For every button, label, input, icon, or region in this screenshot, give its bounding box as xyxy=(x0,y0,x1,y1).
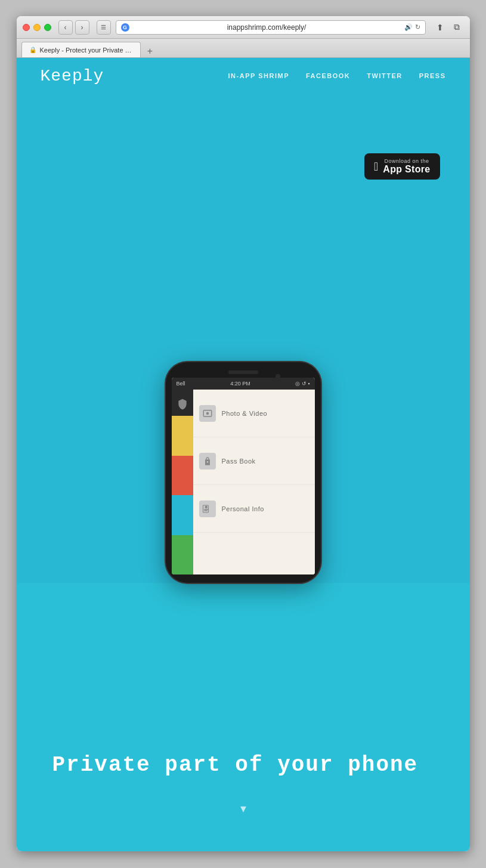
svg-point-1 xyxy=(206,412,209,415)
appstore-text: Download on the App Store xyxy=(383,158,430,175)
url-icons: 🔊 ↻ xyxy=(404,23,420,31)
new-tab-plus-button[interactable]: + xyxy=(143,45,157,57)
phone-screen: Bell 4:20 PM ◎ ↺ ▪ xyxy=(172,378,315,574)
phone-top-bar xyxy=(172,370,315,374)
maximize-button[interactable] xyxy=(44,24,51,31)
menu-icon-photo xyxy=(199,405,216,422)
appstore-small-text: Download on the xyxy=(383,158,430,164)
svg-rect-3 xyxy=(204,509,209,510)
tab-bar: 🔒 Keeply - Protect your Private Files, P… xyxy=(17,39,470,58)
menu-icon-personal xyxy=(199,501,216,517)
browser-actions: ⬆ ⧉ xyxy=(433,20,464,35)
scroll-arrow: ▾ xyxy=(240,801,246,816)
url-bar[interactable]: G inappshrimp.com/keeply/ 🔊 ↻ xyxy=(116,20,426,35)
phone-mockup: Bell 4:20 PM ◎ ↺ ▪ xyxy=(166,362,321,583)
nav-link-facebook[interactable]: FACEBOOK xyxy=(306,72,350,79)
minimize-button[interactable] xyxy=(33,24,41,31)
menu-item-pass-book[interactable]: Pass Book xyxy=(193,437,315,485)
browser-window: ‹ › ☰ G inappshrimp.com/keeply/ 🔊 ↻ ⬆ ⧉ … xyxy=(17,16,470,851)
appstore-large-text: App Store xyxy=(383,164,430,175)
site-nav-links: IN-APP SHRIMP FACEBOOK TWITTER PRESS xyxy=(228,72,446,79)
svg-rect-4 xyxy=(204,510,208,511)
share-button[interactable]: ⬆ xyxy=(433,20,447,35)
phone-battery-icons: ◎ ↺ ▪ xyxy=(295,381,309,387)
nav-link-in-app-shrimp[interactable]: IN-APP SHRIMP xyxy=(228,72,289,79)
website-content: Keeply IN-APP SHRIMP FACEBOOK TWITTER PR… xyxy=(17,58,470,851)
phone-outer: Bell 4:20 PM ◎ ↺ ▪ xyxy=(166,362,321,583)
site-nav: Keeply IN-APP SHRIMP FACEBOOK TWITTER PR… xyxy=(17,58,470,94)
appstore-button[interactable]:  Download on the App Store xyxy=(364,153,439,180)
google-favicon: G xyxy=(121,23,129,32)
audio-icon[interactable]: 🔊 xyxy=(404,23,413,31)
phone-sidebar-shield xyxy=(175,397,190,411)
menu-label-pass-book: Pass Book xyxy=(222,458,256,465)
active-tab[interactable]: 🔒 Keeply - Protect your Private Files, P… xyxy=(21,42,141,57)
phone-main-menu: Photo & Video Pass Book xyxy=(193,390,315,574)
phone-status-bar: Bell 4:20 PM ◎ ↺ ▪ xyxy=(172,378,315,390)
phone-time: 4:20 PM xyxy=(230,381,250,387)
site-logo: Keeply xyxy=(41,67,228,85)
section-headline: Private part of your phone xyxy=(52,753,434,777)
phone-carrier: Bell xyxy=(177,381,185,387)
tab-favicon: 🔒 xyxy=(29,47,36,53)
menu-item-personal-info[interactable]: Personal Info xyxy=(193,485,315,533)
menu-icon-pass xyxy=(199,453,216,469)
nav-buttons: ‹ › xyxy=(58,20,89,35)
tab-title: Keeply - Protect your Private Files, Pho… xyxy=(40,47,133,54)
phone-sidebar xyxy=(172,390,193,574)
menu-label-photo-video: Photo & Video xyxy=(222,410,268,417)
phone-camera xyxy=(275,374,280,379)
back-button[interactable]: ‹ xyxy=(58,20,73,35)
new-tab-button[interactable]: ⧉ xyxy=(450,20,464,35)
svg-point-2 xyxy=(205,505,208,508)
close-button[interactable] xyxy=(23,24,30,31)
phone-speaker xyxy=(228,370,258,374)
menu-item-photo-video[interactable]: Photo & Video xyxy=(193,390,315,437)
second-section: Private part of your phone ▾ xyxy=(17,583,470,851)
traffic-lights xyxy=(23,24,51,31)
refresh-icon[interactable]: ↻ xyxy=(415,23,420,31)
hero-section:  Download on the App Store Bell xyxy=(17,94,470,583)
nav-link-twitter[interactable]: TWITTER xyxy=(367,72,402,79)
browser-titlebar: ‹ › ☰ G inappshrimp.com/keeply/ 🔊 ↻ ⬆ ⧉ xyxy=(17,16,470,39)
phone-app-content: Photo & Video Pass Book xyxy=(172,390,315,574)
scroll-indicator: ▾ xyxy=(52,801,434,816)
apple-icon:  xyxy=(374,160,378,172)
url-text: inappshrimp.com/keeply/ xyxy=(133,23,401,32)
nav-link-press[interactable]: PRESS xyxy=(419,72,446,79)
forward-button[interactable]: › xyxy=(75,20,89,35)
sidebar-button[interactable]: ☰ xyxy=(97,20,111,35)
menu-label-personal-info: Personal Info xyxy=(222,505,264,512)
